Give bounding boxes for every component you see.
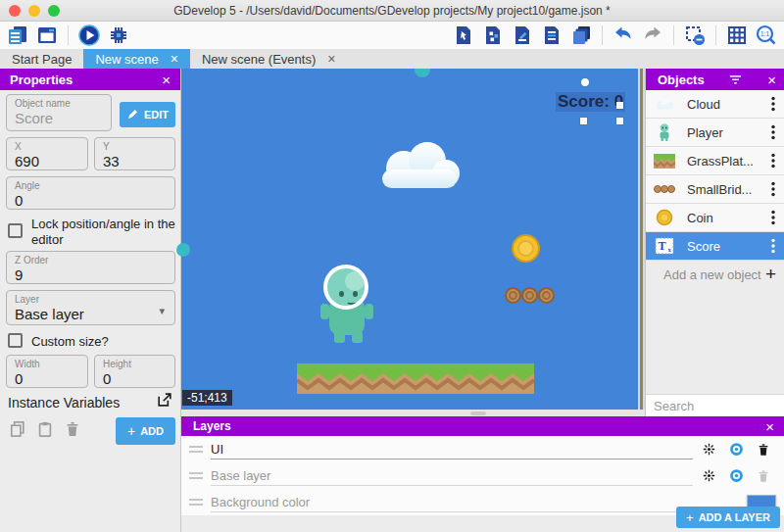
scene-canvas[interactable]: Score: 0 [181, 69, 645, 410]
title-bar: GDevelop 5 - /Users/david/Documents/GDev… [0, 0, 784, 22]
resize-handle[interactable] [580, 118, 587, 124]
object-groups-icon[interactable] [480, 23, 506, 48]
zoom-original-icon[interactable]: 1:1 [754, 23, 779, 48]
grass-platform-object[interactable] [297, 363, 534, 398]
object-menu-icon[interactable] [766, 152, 780, 169]
play-preview-icon[interactable] [76, 23, 102, 48]
layer-select[interactable]: Layer Base layer ▾ [6, 290, 175, 325]
object-menu-icon[interactable] [766, 209, 780, 226]
coin-thumbnail-icon [652, 207, 677, 228]
add-layer-button[interactable]: + ADD A LAYER [676, 507, 780, 528]
drag-handle-icon[interactable] [189, 472, 203, 479]
tab-start-page[interactable]: Start Page [0, 49, 83, 69]
x-field[interactable]: X 690 [6, 137, 88, 170]
bridge-ring [509, 291, 517, 300]
panel-resize-handle-left[interactable] [176, 243, 190, 257]
debug-icon[interactable] [106, 23, 131, 48]
z-order-field[interactable]: Z Order 9 [6, 251, 175, 284]
layer-visibility-icon[interactable] [724, 439, 748, 460]
trash-icon[interactable] [63, 419, 82, 443]
copy-icon[interactable] [8, 419, 27, 443]
coin-object[interactable] [512, 234, 540, 263]
drag-handle-icon[interactable] [189, 446, 203, 453]
close-tab-icon[interactable]: × [327, 52, 335, 66]
layer-value: Base layer [15, 306, 167, 322]
layers-editor-icon[interactable] [568, 23, 594, 48]
delete-instances-icon[interactable] [682, 23, 708, 48]
edit-object-button[interactable]: EDIT [120, 102, 175, 127]
close-panel-icon[interactable]: × [765, 419, 774, 434]
helmet-shine [345, 271, 365, 291]
objects-list: Cloud Player GrassPlat... [646, 90, 784, 288]
width-field[interactable]: Width 0 [6, 355, 88, 388]
plus-icon: + [765, 264, 776, 285]
filter-icon[interactable] [728, 73, 743, 87]
close-tab-icon[interactable]: × [171, 52, 178, 66]
small-bridge-object[interactable] [521, 287, 538, 304]
object-row-smallbridge[interactable]: SmallBrid... [646, 175, 784, 204]
object-menu-icon[interactable] [766, 123, 780, 141]
bridge-ring [542, 291, 551, 300]
grass-platform-thumbnail-icon [652, 150, 677, 171]
close-panel-icon[interactable]: × [162, 73, 171, 87]
add-object-row[interactable]: Add a new object + [646, 261, 784, 288]
grid-icon[interactable] [724, 23, 750, 48]
layer-name-input[interactable] [211, 466, 693, 486]
project-manager-icon[interactable] [5, 23, 30, 48]
instances-list-icon[interactable] [539, 23, 564, 48]
y-field[interactable]: Y 33 [94, 137, 175, 170]
rotate-handle[interactable] [581, 78, 589, 86]
layer-visibility-icon[interactable] [724, 465, 748, 487]
score-text-object[interactable]: Score: 0 [556, 92, 625, 112]
layer-name-input[interactable] [211, 440, 693, 459]
resize-handle[interactable] [616, 102, 623, 109]
object-row-coin[interactable]: Coin [646, 204, 784, 232]
paste-icon[interactable] [35, 419, 55, 443]
drag-handle-icon[interactable] [189, 499, 203, 506]
scene-window-icon[interactable] [34, 23, 60, 48]
angle-field[interactable]: Angle 0 [6, 176, 175, 210]
undo-icon[interactable] [611, 23, 636, 48]
delete-layer-icon[interactable] [752, 439, 775, 460]
object-row-grassplatform[interactable]: GrassPlat... [646, 147, 784, 175]
close-panel-icon[interactable]: × [767, 73, 776, 87]
svg-text:T: T [658, 239, 665, 253]
tab-new-scene-events[interactable]: New scene (Events) × [190, 49, 348, 69]
player-arm [365, 304, 373, 319]
properties-panel-icon[interactable] [510, 23, 535, 48]
object-menu-icon[interactable] [766, 95, 780, 113]
redo-icon[interactable] [640, 23, 665, 48]
resize-handle[interactable] [616, 118, 623, 124]
height-field[interactable]: Height 0 [94, 355, 175, 388]
bridge-ring [525, 291, 534, 300]
object-menu-icon[interactable] [766, 180, 780, 198]
layer-name-input[interactable] [211, 493, 693, 512]
divider-grip[interactable] [470, 411, 486, 415]
player-object[interactable] [319, 265, 380, 343]
tab-label: New scene (Events) [202, 52, 316, 67]
object-row-score[interactable]: Tx Score [646, 232, 784, 261]
cloud-object[interactable] [370, 137, 468, 197]
object-row-cloud[interactable]: Cloud [646, 90, 784, 119]
custom-size-checkbox[interactable] [8, 333, 23, 348]
layer-effects-icon[interactable] [697, 465, 720, 487]
scrollbar-thumb[interactable] [640, 69, 643, 410]
open-in-new-icon[interactable] [155, 390, 174, 413]
main-toolbar: 1:1 [0, 22, 784, 49]
small-bridge-object[interactable] [538, 287, 555, 304]
canvas-vertical-scrollbar[interactable] [638, 69, 645, 410]
layer-effects-icon[interactable] [697, 439, 720, 460]
objects-editor-icon[interactable] [451, 23, 476, 48]
object-menu-icon[interactable] [766, 237, 780, 255]
search-input[interactable] [654, 399, 784, 413]
maximize-window-button[interactable] [48, 5, 60, 17]
lock-position-checkbox[interactable] [8, 223, 23, 238]
player-eye [339, 291, 344, 297]
delete-layer-icon[interactable] [752, 465, 775, 487]
tab-new-scene[interactable]: New scene × [83, 49, 190, 69]
add-variable-button[interactable]: + ADD [116, 417, 175, 445]
object-row-player[interactable]: Player [646, 119, 784, 147]
close-window-button[interactable] [9, 5, 21, 17]
minimize-window-button[interactable] [28, 5, 40, 17]
small-bridge-object[interactable] [505, 287, 521, 304]
